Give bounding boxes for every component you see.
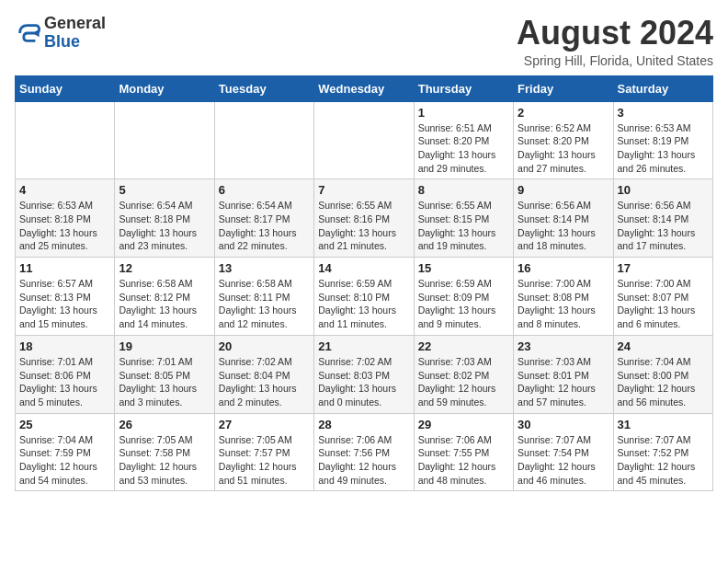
calendar-cell (16, 101, 115, 179)
calendar-table: SundayMondayTuesdayWednesdayThursdayFrid… (15, 75, 713, 492)
day-info: Sunrise: 6:56 AM Sunset: 8:14 PM Dayligh… (518, 199, 609, 253)
header-cell-wednesday: Wednesday (314, 75, 414, 101)
day-info: Sunrise: 7:01 AM Sunset: 8:05 PM Dayligh… (119, 355, 210, 409)
day-info: Sunrise: 7:04 AM Sunset: 7:59 PM Dayligh… (19, 433, 110, 488)
header-cell-tuesday: Tuesday (214, 75, 313, 101)
calendar-cell: 17Sunrise: 7:00 AM Sunset: 8:07 PM Dayli… (613, 258, 712, 336)
calendar-cell: 19Sunrise: 7:01 AM Sunset: 8:05 PM Dayli… (115, 335, 214, 413)
day-number: 11 (19, 261, 110, 275)
header-cell-sunday: Sunday (16, 75, 115, 101)
day-number: 6 (219, 183, 310, 197)
calendar-cell: 6Sunrise: 6:54 AM Sunset: 8:17 PM Daylig… (214, 179, 313, 258)
day-number: 4 (19, 183, 110, 197)
calendar-cell (115, 101, 214, 179)
logo-blue: Blue (44, 32, 80, 51)
calendar-cell: 9Sunrise: 6:56 AM Sunset: 8:14 PM Daylig… (514, 179, 613, 258)
day-number: 30 (518, 418, 609, 431)
calendar-cell: 13Sunrise: 6:58 AM Sunset: 8:11 PM Dayli… (214, 258, 313, 336)
calendar-cell: 29Sunrise: 7:06 AM Sunset: 7:55 PM Dayli… (414, 413, 513, 491)
day-number: 17 (618, 261, 709, 275)
calendar-week-3: 11Sunrise: 6:57 AM Sunset: 8:13 PM Dayli… (16, 258, 713, 336)
day-info: Sunrise: 7:03 AM Sunset: 8:02 PM Dayligh… (418, 355, 509, 409)
day-number: 13 (219, 261, 310, 275)
day-info: Sunrise: 6:54 AM Sunset: 8:17 PM Dayligh… (219, 199, 310, 253)
header-cell-thursday: Thursday (414, 75, 513, 101)
day-info: Sunrise: 6:53 AM Sunset: 8:18 PM Dayligh… (19, 199, 110, 253)
header-row: SundayMondayTuesdayWednesdayThursdayFrid… (16, 75, 713, 101)
calendar-cell: 24Sunrise: 7:04 AM Sunset: 8:00 PM Dayli… (613, 335, 712, 413)
day-info: Sunrise: 6:59 AM Sunset: 8:09 PM Dayligh… (418, 277, 509, 331)
day-number: 25 (19, 418, 110, 431)
calendar-cell: 4Sunrise: 6:53 AM Sunset: 8:18 PM Daylig… (16, 179, 115, 258)
logo-icon (15, 20, 40, 46)
page-header: General Blue August 2024 Spring Hill, Fl… (15, 15, 713, 68)
calendar-cell: 2Sunrise: 6:52 AM Sunset: 8:20 PM Daylig… (514, 101, 613, 179)
calendar-cell: 14Sunrise: 6:59 AM Sunset: 8:10 PM Dayli… (314, 258, 414, 336)
calendar-cell: 20Sunrise: 7:02 AM Sunset: 8:04 PM Dayli… (214, 335, 313, 413)
header-cell-saturday: Saturday (613, 75, 712, 101)
day-info: Sunrise: 7:05 AM Sunset: 7:57 PM Dayligh… (219, 433, 310, 488)
calendar-cell: 23Sunrise: 7:03 AM Sunset: 8:01 PM Dayli… (514, 335, 613, 413)
day-info: Sunrise: 6:52 AM Sunset: 8:20 PM Dayligh… (518, 121, 609, 176)
calendar-week-2: 4Sunrise: 6:53 AM Sunset: 8:18 PM Daylig… (16, 179, 713, 258)
logo: General Blue (15, 15, 106, 52)
calendar-cell: 18Sunrise: 7:01 AM Sunset: 8:06 PM Dayli… (16, 335, 115, 413)
day-number: 12 (119, 261, 210, 275)
day-number: 1 (418, 106, 509, 120)
day-number: 2 (518, 106, 609, 120)
calendar-cell: 10Sunrise: 6:56 AM Sunset: 8:14 PM Dayli… (613, 179, 712, 258)
day-info: Sunrise: 6:53 AM Sunset: 8:19 PM Dayligh… (618, 121, 709, 176)
day-number: 10 (618, 183, 709, 197)
day-info: Sunrise: 7:04 AM Sunset: 8:00 PM Dayligh… (618, 355, 709, 409)
calendar-cell: 16Sunrise: 7:00 AM Sunset: 8:08 PM Dayli… (514, 258, 613, 336)
day-info: Sunrise: 7:00 AM Sunset: 8:07 PM Dayligh… (618, 277, 709, 331)
calendar-cell: 22Sunrise: 7:03 AM Sunset: 8:02 PM Dayli… (414, 335, 513, 413)
calendar-cell: 27Sunrise: 7:05 AM Sunset: 7:57 PM Dayli… (214, 413, 313, 491)
calendar-header: SundayMondayTuesdayWednesdayThursdayFrid… (16, 75, 713, 101)
calendar-cell: 7Sunrise: 6:55 AM Sunset: 8:16 PM Daylig… (314, 179, 414, 258)
day-info: Sunrise: 6:55 AM Sunset: 8:15 PM Dayligh… (418, 199, 509, 253)
title-block: August 2024 Spring Hill, Florida, United… (517, 15, 713, 68)
day-number: 27 (219, 418, 310, 431)
day-info: Sunrise: 6:58 AM Sunset: 8:11 PM Dayligh… (219, 277, 310, 331)
calendar-cell: 11Sunrise: 6:57 AM Sunset: 8:13 PM Dayli… (16, 258, 115, 336)
header-cell-monday: Monday (115, 75, 214, 101)
day-info: Sunrise: 7:07 AM Sunset: 7:52 PM Dayligh… (618, 433, 709, 488)
calendar-week-1: 1Sunrise: 6:51 AM Sunset: 8:20 PM Daylig… (16, 101, 713, 179)
calendar-cell: 1Sunrise: 6:51 AM Sunset: 8:20 PM Daylig… (414, 101, 513, 179)
calendar-cell: 3Sunrise: 6:53 AM Sunset: 8:19 PM Daylig… (613, 101, 712, 179)
day-info: Sunrise: 6:51 AM Sunset: 8:20 PM Dayligh… (418, 121, 509, 176)
day-info: Sunrise: 6:57 AM Sunset: 8:13 PM Dayligh… (19, 277, 110, 331)
logo-text: General Blue (44, 15, 106, 52)
day-number: 3 (618, 106, 709, 120)
calendar-cell: 21Sunrise: 7:02 AM Sunset: 8:03 PM Dayli… (314, 335, 414, 413)
calendar-cell: 28Sunrise: 7:06 AM Sunset: 7:56 PM Dayli… (314, 413, 414, 491)
day-number: 23 (518, 339, 609, 353)
day-info: Sunrise: 7:07 AM Sunset: 7:54 PM Dayligh… (518, 433, 609, 488)
header-cell-friday: Friday (514, 75, 613, 101)
calendar-cell: 8Sunrise: 6:55 AM Sunset: 8:15 PM Daylig… (414, 179, 513, 258)
day-info: Sunrise: 7:02 AM Sunset: 8:04 PM Dayligh… (219, 355, 310, 409)
day-number: 15 (418, 261, 509, 275)
day-info: Sunrise: 7:00 AM Sunset: 8:08 PM Dayligh… (518, 277, 609, 331)
day-number: 18 (19, 339, 110, 353)
day-number: 21 (318, 339, 409, 353)
calendar-body: 1Sunrise: 6:51 AM Sunset: 8:20 PM Daylig… (16, 101, 713, 491)
day-info: Sunrise: 7:01 AM Sunset: 8:06 PM Dayligh… (19, 355, 110, 409)
calendar-title: August 2024 (517, 15, 713, 52)
day-info: Sunrise: 7:02 AM Sunset: 8:03 PM Dayligh… (318, 355, 409, 409)
day-number: 22 (418, 339, 509, 353)
day-number: 8 (418, 183, 509, 197)
day-info: Sunrise: 7:03 AM Sunset: 8:01 PM Dayligh… (518, 355, 609, 409)
calendar-cell (314, 101, 414, 179)
day-number: 14 (318, 261, 409, 275)
day-number: 7 (318, 183, 409, 197)
day-info: Sunrise: 7:05 AM Sunset: 7:58 PM Dayligh… (119, 433, 210, 488)
day-number: 28 (318, 418, 409, 431)
day-info: Sunrise: 6:54 AM Sunset: 8:18 PM Dayligh… (119, 199, 210, 253)
logo-general: General (44, 14, 106, 32)
day-info: Sunrise: 6:55 AM Sunset: 8:16 PM Dayligh… (318, 199, 409, 253)
calendar-cell: 5Sunrise: 6:54 AM Sunset: 8:18 PM Daylig… (115, 179, 214, 258)
day-info: Sunrise: 7:06 AM Sunset: 7:56 PM Dayligh… (318, 433, 409, 488)
day-number: 19 (119, 339, 210, 353)
